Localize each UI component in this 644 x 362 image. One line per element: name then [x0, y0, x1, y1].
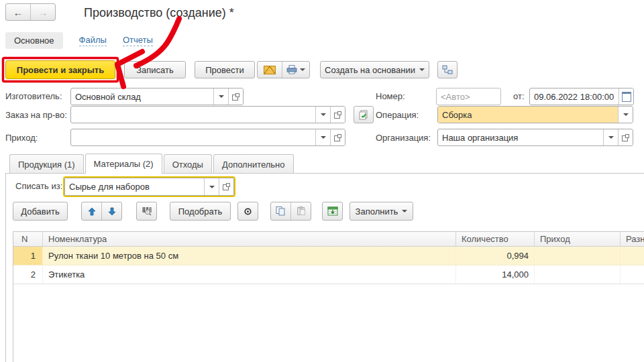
column-header-receipt[interactable]: Приход — [535, 232, 621, 246]
operation-dropdown-button[interactable] — [618, 107, 633, 123]
move-row-group — [81, 202, 122, 221]
move-down-button[interactable] — [101, 202, 121, 220]
order-value[interactable] — [71, 107, 315, 123]
forward-button[interactable]: → — [30, 4, 55, 20]
receipt-cell[interactable] — [535, 247, 621, 265]
chevron-down-icon — [219, 95, 224, 98]
receipt-open-button[interactable] — [330, 129, 345, 145]
document-green-arrow-icon — [358, 110, 369, 120]
print-button[interactable] — [282, 62, 309, 78]
order-dropdown-button[interactable] — [315, 107, 330, 123]
date-label: от: — [513, 91, 525, 101]
clipboard-group — [270, 202, 311, 221]
organization-dropdown-button[interactable] — [603, 129, 618, 145]
pick-items-button[interactable]: Подобрать — [170, 202, 231, 221]
date-calendar-button[interactable] — [619, 88, 633, 105]
mail-button[interactable] — [258, 62, 282, 78]
open-icon — [622, 134, 629, 141]
nav-tab-files[interactable]: Файлы — [79, 35, 107, 46]
tab-products[interactable]: Продукция (1) — [9, 154, 84, 174]
show-hidden-button[interactable] — [237, 202, 258, 221]
write-off-dropdown-button[interactable] — [204, 178, 219, 195]
list-settings-button[interactable] — [322, 202, 343, 221]
difference-cell[interactable] — [621, 247, 644, 265]
add-row-button[interactable]: Добавить — [13, 202, 68, 221]
manufacturer-dropdown-button[interactable] — [213, 88, 228, 105]
operation-field[interactable]: Сборка — [437, 106, 633, 123]
post-button[interactable]: Провести — [195, 61, 255, 78]
receipt-cell[interactable] — [535, 265, 621, 284]
organization-open-button[interactable] — [618, 129, 633, 145]
nomenclature-cell[interactable]: Этикетка — [43, 265, 456, 284]
tab-waste[interactable]: Отходы — [164, 154, 212, 174]
write-off-open-button[interactable] — [219, 178, 233, 195]
manufacturer-open-button[interactable] — [228, 88, 243, 105]
document-tabs: Продукция (1) Материалы (2) Отходы Допол… — [9, 154, 295, 174]
create-based-on-caret — [419, 68, 425, 71]
chevron-down-icon — [608, 136, 614, 139]
items-table-header: N Номенклатура Количество Приход Разница — [13, 231, 644, 247]
chevron-down-icon — [623, 113, 629, 116]
table-row[interactable]: 2 Этикетка 14,000 — [13, 265, 644, 284]
arrow-up-icon — [88, 207, 96, 216]
mail-print-group — [257, 61, 310, 78]
envelope-icon — [264, 66, 276, 74]
open-icon — [232, 93, 239, 101]
table-row-selected[interactable]: 1 Рулон ткани 10 метров на 50 см 0,994 — [13, 247, 644, 265]
row-number-cell[interactable]: 1 — [13, 247, 43, 265]
paste-rows-button[interactable] — [290, 202, 311, 220]
post-and-close-button[interactable]: Провести и закрыть — [5, 60, 115, 79]
create-based-on-button[interactable]: Создать на основании — [320, 61, 429, 78]
row-number-cell[interactable]: 2 — [13, 265, 43, 284]
receipt-field[interactable] — [70, 129, 345, 146]
write-off-highlight: Сырье для наборов — [63, 176, 235, 197]
organization-label: Организация: — [376, 133, 431, 143]
write-off-field[interactable]: Сырье для наборов — [64, 178, 234, 196]
page-title: Производство (создание) * — [84, 6, 234, 20]
quantity-cell[interactable]: 14,000 — [456, 265, 535, 284]
operation-label: Операция: — [376, 110, 419, 120]
create-based-on-label: Создать на основании — [325, 65, 415, 75]
copy-icon — [276, 206, 286, 216]
column-header-quantity[interactable]: Количество — [456, 232, 535, 246]
calendar-icon — [622, 92, 631, 102]
items-table: N Номенклатура Количество Приход Разница… — [13, 231, 644, 362]
manufacturer-value[interactable]: Основной склад — [71, 88, 213, 105]
printer-icon — [286, 65, 297, 74]
barcode-scan-button[interactable] — [136, 202, 157, 221]
organization-value[interactable]: Наша организация — [438, 129, 603, 145]
column-header-nomenclature[interactable]: Номенклатура — [43, 232, 456, 246]
column-header-n[interactable]: N — [13, 232, 43, 246]
tab-materials[interactable]: Материалы (2) — [85, 154, 162, 174]
receipt-dropdown-button[interactable] — [315, 129, 330, 145]
order-field[interactable] — [70, 106, 345, 123]
related-documents-button[interactable] — [437, 61, 458, 78]
date-field[interactable]: 09.06.2022 18:00:00 — [529, 88, 634, 105]
difference-cell[interactable] — [621, 265, 644, 284]
organization-field[interactable]: Наша организация — [437, 129, 633, 146]
quantity-cell[interactable]: 0,994 — [456, 247, 535, 265]
receipt-label: Приход: — [5, 133, 38, 143]
history-nav-group: ← → — [5, 3, 56, 21]
open-icon — [334, 134, 341, 141]
chevron-down-icon — [321, 113, 326, 116]
tab-additional[interactable]: Дополнительно — [213, 154, 294, 174]
number-placeholder: <Авто> — [441, 92, 470, 102]
nav-tab-reports[interactable]: Отчеты — [123, 35, 153, 46]
order-open-button[interactable] — [330, 107, 345, 123]
back-button[interactable]: ← — [6, 4, 30, 20]
date-value[interactable]: 09.06.2022 18:00:00 — [530, 88, 619, 105]
nav-tab-main[interactable]: Основное — [5, 32, 63, 49]
manufacturer-field[interactable]: Основной склад — [70, 88, 244, 105]
fill-menu-button[interactable]: Заполнить — [350, 202, 413, 221]
receipt-value[interactable] — [71, 129, 315, 145]
fill-from-order-button[interactable] — [354, 106, 374, 123]
column-header-difference[interactable]: Разница — [621, 232, 644, 246]
copy-rows-button[interactable] — [271, 202, 290, 220]
nomenclature-cell[interactable]: Рулон ткани 10 метров на 50 см — [43, 247, 456, 265]
number-input[interactable]: <Авто> — [436, 88, 501, 105]
write-off-value[interactable]: Сырье для наборов — [65, 178, 204, 195]
move-up-button[interactable] — [82, 202, 101, 220]
operation-value[interactable]: Сборка — [438, 107, 618, 123]
write-button[interactable]: Записать — [124, 61, 186, 78]
